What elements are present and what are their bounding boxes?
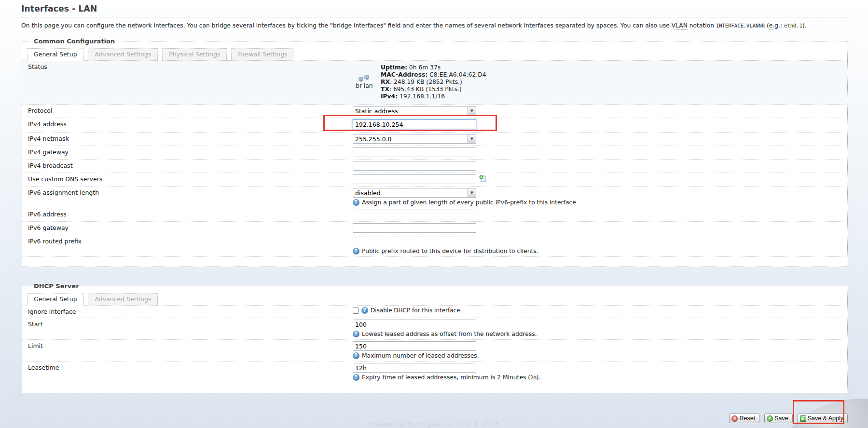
custom-dns-row: Use custom DNS servers [22, 173, 847, 187]
interface-vlannr-code: INTERFACE.VLANNR [716, 23, 765, 28]
footer-text: Huawei technologies co., LTD © 2015 [369, 420, 499, 428]
ignore-interface-checkbox[interactable] [353, 308, 359, 314]
dhcp-tab-advanced-settings[interactable]: Advanced Settings [88, 293, 158, 306]
ipv4-netmask-label: IPv4 netmask [22, 133, 347, 145]
ipv6-address-label: IPv6 address [22, 208, 347, 220]
custom-dns-label: Use custom DNS servers [22, 173, 347, 185]
vlan-abbr: VLAN [672, 22, 688, 29]
dhcp-start-label: Start [22, 318, 347, 330]
dhcp-leasetime-label: Leasetime [22, 361, 347, 374]
dhcp-start-input[interactable] [353, 320, 476, 329]
tab-general-setup[interactable]: General Setup [27, 48, 84, 61]
protocol-label: Protocol [22, 105, 347, 117]
reset-button[interactable]: ✕ Reset [729, 414, 759, 423]
ipv4-gateway-label: IPv4 gateway [22, 146, 347, 158]
dhcp-leasetime-row: Leasetime ? Expiry time of leased addres… [22, 361, 847, 383]
action-buttons: ✕ Reset ✓ Save ▶ Save & Apply [729, 414, 848, 423]
description-text: On this page you can configure the netwo… [21, 22, 672, 29]
help-icon: ? [361, 307, 368, 314]
ipv4-gateway-row: IPv4 gateway [22, 146, 847, 160]
dhcp-limit-help: ? Maximum number of leased addresses. [353, 352, 847, 359]
add-entry-icon[interactable] [479, 175, 487, 184]
eg-abbr: e.g. [769, 22, 780, 29]
ipv6-assignment-selected-value: disabled [353, 188, 468, 197]
ignore-interface-description: Disable DHCP for this interface. [371, 307, 462, 314]
ipv4-netmask-selected-value: 255.255.0.0 [353, 134, 468, 143]
chevron-down-icon[interactable]: ▼ [468, 134, 476, 143]
status-row: Status br-lan [22, 61, 847, 105]
ipv6-gateway-label: IPv6 gateway [22, 222, 347, 234]
ipv6-assignment-label: IPv6 assignment length [22, 187, 347, 199]
apply-icon: ▶ [800, 415, 806, 422]
save-button[interactable]: ✓ Save [764, 414, 793, 423]
dhcp-tab-general-setup[interactable]: General Setup [27, 293, 84, 306]
dhcp-limit-label: Limit [22, 340, 347, 352]
help-icon: ? [353, 248, 359, 254]
ipv6-assignment-row: IPv6 assignment length disabled ▼ ? Assi… [22, 187, 847, 208]
status-info: Uptime: 0h 6m 37s MAC-Address: C8:EE:A6:… [381, 64, 486, 100]
custom-dns-input[interactable] [353, 174, 476, 184]
ipv4-address-row: IPv4 address [22, 118, 847, 133]
dhcp-start-row: Start ? Lowest leased address as offset … [22, 318, 847, 340]
dhcp-abbr: DHCP [394, 307, 410, 314]
page-title: Interfaces - LAN [21, 4, 849, 13]
ipv6-routed-prefix-label: IPv6 routed prefix [22, 235, 347, 247]
leasetime-min-code: 2m [530, 374, 537, 380]
ipv4-netmask-select[interactable]: 255.255.0.0 ▼ [353, 134, 476, 144]
bridge-icon [358, 75, 370, 82]
dhcp-tabs: General Setup Advanced Settings [27, 293, 847, 305]
tab-firewall-settings[interactable]: Firewall Settings [231, 48, 294, 61]
device-name: br-lan [356, 82, 372, 89]
title-divider [14, 17, 849, 17]
chevron-down-icon[interactable]: ▼ [468, 107, 476, 115]
ipv6-gateway-row: IPv6 gateway [22, 222, 847, 235]
tab-advanced-settings[interactable]: Advanced Settings [88, 48, 158, 61]
ipv4-broadcast-label: IPv4 broadcast [22, 160, 347, 172]
ipv4-broadcast-input[interactable] [353, 161, 476, 171]
ipv4-broadcast-row: IPv4 broadcast [22, 160, 847, 173]
ipv6-routed-prefix-input[interactable] [353, 237, 476, 246]
tab-physical-settings[interactable]: Physical Settings [162, 48, 227, 61]
common-configuration-legend: Common Configuration [32, 38, 119, 45]
reset-icon: ✕ [731, 415, 738, 422]
eth01-code: eth0.1 [784, 23, 802, 28]
ipv6-assignment-select[interactable]: disabled ▼ [353, 188, 476, 198]
ipv6-assignment-help: ? Assign a part of given length of every… [353, 199, 847, 206]
dhcp-limit-input[interactable] [353, 341, 476, 351]
status-label: Status [22, 61, 347, 73]
ipv4-address-label: IPv4 address [22, 118, 347, 130]
ipv6-gateway-input[interactable] [353, 223, 476, 233]
ipv6-routed-prefix-help: ? Public prefix routed to this device fo… [353, 248, 847, 254]
ipv6-routed-prefix-row: IPv6 routed prefix ? Public prefix route… [22, 235, 847, 257]
dhcp-leasetime-help: ? Expiry time of leased addresses, minim… [353, 374, 847, 381]
page-description: On this page you can configure the netwo… [21, 22, 849, 30]
common-config-tabs: General Setup Advanced Settings Physical… [27, 48, 847, 60]
save-apply-button[interactable]: ▶ Save & Apply [798, 414, 848, 423]
ipv4-gateway-input[interactable] [353, 147, 476, 157]
ipv6-address-row: IPv6 address [22, 208, 847, 222]
help-icon: ? [353, 352, 359, 359]
ignore-interface-label: Ignore interface [22, 306, 347, 318]
ipv4-address-input[interactable] [353, 120, 476, 129]
dhcp-start-help: ? Lowest leased address as offset from t… [353, 331, 847, 337]
save-icon: ✓ [767, 415, 773, 422]
help-icon: ? [353, 374, 359, 381]
common-configuration-section: Common Configuration General Setup Advan… [22, 38, 848, 267]
dhcp-server-legend: DHCP Server [32, 282, 83, 290]
ipv4-netmask-row: IPv4 netmask 255.255.0.0 ▼ [22, 133, 847, 146]
protocol-selected-value: Static address [353, 107, 468, 115]
help-icon: ? [353, 331, 359, 337]
ignore-interface-row: Ignore interface ? Disable DHCP for this… [22, 306, 847, 318]
dhcp-limit-row: Limit ? Maximum number of leased address… [22, 340, 847, 361]
protocol-row: Protocol Static address ▼ [22, 105, 847, 118]
protocol-select[interactable]: Static address ▼ [353, 106, 476, 116]
dhcp-server-section: DHCP Server General Setup Advanced Setti… [22, 282, 848, 393]
interface-device: br-lan [353, 75, 376, 89]
ipv6-address-input[interactable] [353, 210, 476, 219]
dhcp-leasetime-input[interactable] [353, 363, 476, 373]
help-icon: ? [353, 199, 359, 206]
chevron-down-icon[interactable]: ▼ [468, 188, 476, 197]
